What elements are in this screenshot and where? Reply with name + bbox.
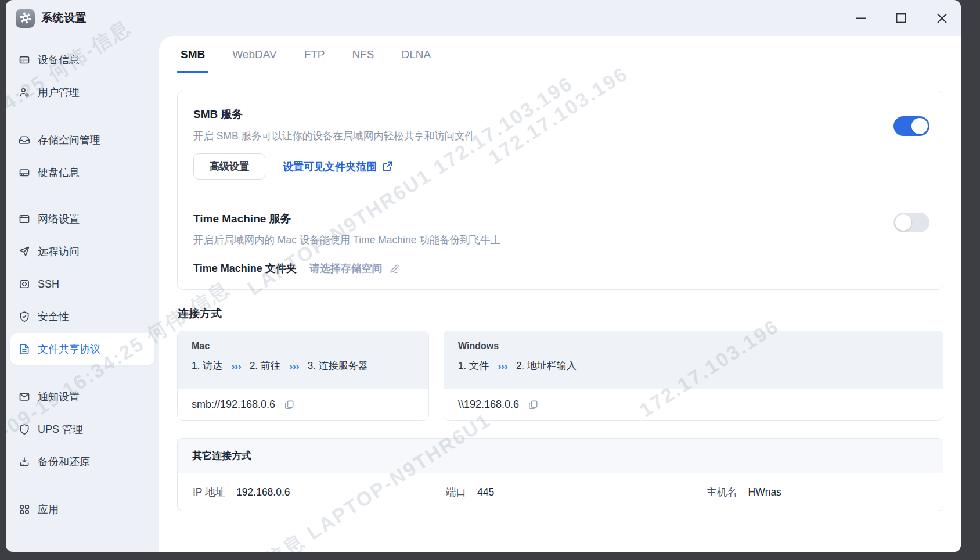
time-machine-folder-row: Time Machine 文件夹 请选择存储空间 [193, 261, 927, 275]
folder-scope-link-label: 设置可见文件夹范围 [283, 160, 377, 174]
time-machine-title: Time Machine 服务 [193, 211, 927, 227]
mac-connection-card: Mac 1. 访达 ››› 2. 前往 ››› 3. 连接服务器 smb://1… [177, 331, 429, 421]
storage-box-icon [19, 134, 30, 146]
smb-service-toggle[interactable] [893, 116, 929, 136]
advanced-settings-button[interactable]: 高级设置 [193, 153, 265, 180]
card-divider [194, 196, 914, 196]
toggle-knob [895, 214, 911, 231]
sidebar-item-remote-access[interactable]: 远程访问 [10, 236, 154, 267]
edit-pencil-icon [389, 263, 400, 274]
shield-check-icon [19, 311, 30, 322]
connection-heading: 连接方式 [177, 306, 943, 321]
paper-plane-icon [19, 246, 30, 257]
windows-connection-card: Windows 1. 文件 ››› 2. 地址栏输入 \\192.168.0.6 [444, 331, 943, 421]
sidebar-item-security[interactable]: 安全性 [10, 301, 154, 332]
sidebar-item-network-settings[interactable]: 网络设置 [10, 203, 154, 235]
main-panel: SMB WebDAV FTP NFS DLNA SMB 服务 开启 SMB 服务… [159, 36, 961, 552]
triple-chevron-icon: ››› [289, 360, 299, 372]
other-connection-body: IP 地址 192.168.0.6 端口 445 主机名 HWnas [178, 473, 943, 511]
browser-window-icon [19, 213, 30, 225]
windows-step-1: 1. 文件 [458, 359, 489, 372]
copy-icon[interactable] [527, 399, 539, 411]
time-machine-description: 开启后局域网内的 Mac 设备能使用 Time Machine 功能备份到飞牛上 [193, 233, 927, 247]
download-tray-icon [19, 456, 30, 468]
hard-drive-icon [19, 167, 30, 178]
windows-steps: 1. 文件 ››› 2. 地址栏输入 [458, 359, 943, 372]
mac-step-1: 1. 访达 [192, 359, 222, 372]
tab-dlna[interactable]: DLNA [398, 48, 435, 73]
hostname-field: 主机名 HWnas [707, 485, 781, 499]
time-machine-toggle[interactable] [893, 213, 929, 232]
mac-step-3: 3. 连接服务器 [308, 359, 368, 372]
smb-service-title: SMB 服务 [193, 107, 927, 122]
select-storage-link[interactable]: 请选择存储空间 [309, 261, 400, 275]
copy-icon[interactable] [283, 399, 295, 411]
sidebar-item-user-management[interactable]: 用户管理 [10, 77, 154, 108]
sidebar-item-label: 安全性 [38, 310, 69, 324]
title-bar: 系统设置 [6, 0, 961, 36]
tab-nfs[interactable]: NFS [349, 48, 378, 73]
sidebar-item-label: SSH [38, 278, 59, 290]
system-settings-window: 系统设置 设备信息 用户管理 [6, 0, 961, 552]
sidebar-item-label: 通知设置 [38, 390, 80, 404]
port-field: 端口 445 [446, 485, 707, 499]
external-link-icon [382, 161, 393, 172]
minimize-button[interactable] [852, 9, 869, 27]
sidebar-item-label: 备份和还原 [38, 455, 90, 469]
tab-smb[interactable]: SMB [177, 48, 208, 73]
mac-card-body: smb://192.168.0.6 [178, 389, 428, 421]
windows-step-2: 2. 地址栏输入 [516, 359, 577, 372]
sidebar-item-label: 用户管理 [38, 85, 80, 99]
sidebar-item-label: 应用 [38, 502, 59, 516]
hostname-label: 主机名 [707, 485, 737, 499]
sidebar-item-ssh[interactable]: SSH [10, 268, 154, 300]
file-document-icon [19, 343, 30, 355]
code-terminal-icon [19, 278, 30, 290]
tab-ftp[interactable]: FTP [301, 48, 329, 73]
smb-actions-row: 高级设置 设置可见文件夹范围 [193, 154, 927, 179]
other-connection-card: 其它连接方式 IP 地址 192.168.0.6 端口 445 主机名 HWna… [177, 438, 943, 511]
close-button[interactable] [933, 9, 950, 27]
sidebar-item-ups-management[interactable]: UPS 管理 [10, 414, 154, 445]
mac-address: smb://192.168.0.6 [192, 399, 275, 411]
sidebar-item-disk-info[interactable]: 硬盘信息 [10, 157, 154, 188]
sidebar-item-apps[interactable]: 应用 [10, 494, 154, 525]
hostname-value: HWnas [748, 486, 781, 498]
windows-card-header: Windows 1. 文件 ››› 2. 地址栏输入 [444, 331, 943, 389]
desktop-background: { "window": { "title": "系统设置" }, "sideba… [0, 0, 980, 560]
folder-scope-link[interactable]: 设置可见文件夹范围 [283, 160, 393, 174]
mac-step-2: 2. 前往 [250, 359, 280, 372]
sidebar-item-file-sharing[interactable]: 文件共享协议 [10, 333, 154, 365]
other-connection-title: 其它连接方式 [192, 449, 251, 462]
time-machine-folder-label: Time Machine 文件夹 [193, 261, 297, 275]
protocol-tabs: SMB WebDAV FTP NFS DLNA [177, 36, 943, 73]
sidebar-item-backup-restore[interactable]: 备份和还原 [10, 446, 154, 478]
sidebar-item-device-info[interactable]: 设备信息 [10, 44, 154, 76]
windows-address: \\192.168.0.6 [458, 399, 519, 411]
user-gear-icon [19, 87, 30, 98]
sidebar-item-label: 网络设置 [38, 212, 80, 226]
sidebar-item-label: UPS 管理 [38, 422, 83, 436]
tab-webdav[interactable]: WebDAV [229, 48, 280, 73]
mac-card-title: Mac [192, 341, 428, 351]
mac-steps: 1. 访达 ››› 2. 前往 ››› 3. 连接服务器 [192, 359, 428, 372]
maximize-button[interactable] [892, 9, 910, 27]
sidebar-item-label: 存储空间管理 [38, 133, 100, 147]
sidebar-item-storage-management[interactable]: 存储空间管理 [10, 124, 154, 156]
connection-cards-row: Mac 1. 访达 ››› 2. 前往 ››› 3. 连接服务器 smb://1… [177, 331, 943, 421]
sidebar-item-notification-settings[interactable]: 通知设置 [10, 381, 154, 412]
other-connection-header: 其它连接方式 [178, 439, 943, 473]
smb-service-card: SMB 服务 开启 SMB 服务可以让你的设备在局域网内轻松共享和访问文件 高级… [177, 91, 943, 290]
toggle-knob [911, 118, 928, 134]
apps-grid-icon [19, 504, 30, 515]
envelope-icon [19, 391, 30, 403]
mac-card-header: Mac 1. 访达 ››› 2. 前往 ››› 3. 连接服务器 [178, 331, 428, 389]
ip-address-label: IP 地址 [193, 485, 225, 499]
triple-chevron-icon: ››› [498, 360, 507, 372]
sidebar-item-label: 远程访问 [38, 245, 80, 259]
window-title: 系统设置 [41, 10, 87, 26]
windows-card-title: Windows [458, 341, 943, 351]
sidebar-item-label: 硬盘信息 [38, 166, 80, 180]
ip-address-value: 192.168.0.6 [236, 486, 290, 498]
triple-chevron-icon: ››› [231, 360, 241, 372]
